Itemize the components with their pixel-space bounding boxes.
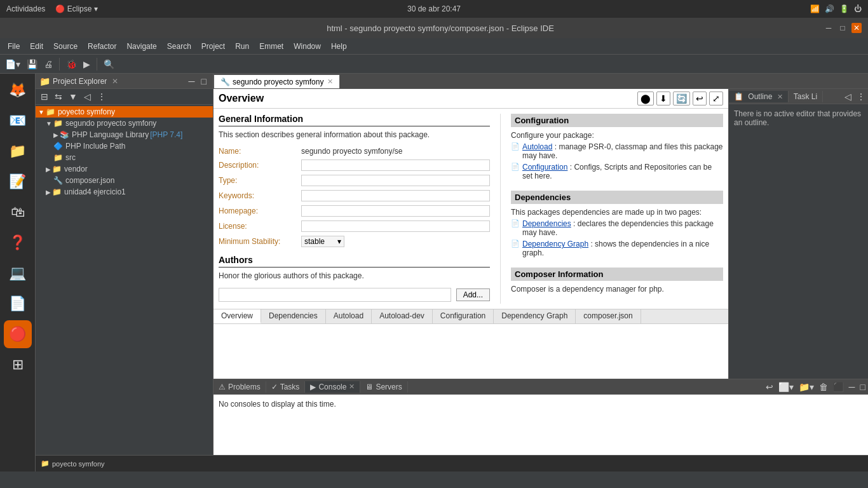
tab-autoload[interactable]: Autoload [326, 309, 372, 323]
ov-btn-1[interactable]: ⬤ [637, 92, 654, 105]
pe-filter-btn[interactable]: ▼ [66, 90, 80, 103]
project-tree: ▼ 📁 poyecto symfony ▼ 📁 segundo proyecto… [36, 105, 213, 455]
homepage-input[interactable] [301, 205, 490, 217]
taskbar-files[interactable]: 📁 [4, 137, 32, 165]
activities-label[interactable]: Actividades [6, 4, 45, 13]
console-new-btn[interactable]: 📁▾ [796, 381, 817, 393]
tree-item-src[interactable]: 📁 src [36, 152, 213, 163]
menu-edit[interactable]: Edit [25, 41, 48, 52]
menu-refactor[interactable]: Refactor [83, 41, 121, 52]
tree-item-php-lib[interactable]: ▶ 📚 PHP Language Library [PHP 7.4] [36, 129, 213, 140]
taskbar-texteditor[interactable]: 📄 [4, 290, 32, 318]
tab-outline[interactable]: 📋 Outline ✕ [729, 91, 789, 102]
menu-navigate[interactable]: Navigate [121, 41, 161, 52]
menu-project[interactable]: Project [196, 41, 230, 52]
taskbar-help[interactable]: ❓ [4, 229, 32, 257]
console-maximize-btn[interactable]: □ [858, 381, 868, 393]
keywords-input[interactable] [301, 190, 490, 201]
project-explorer-toolbar: ⊟ ⇆ ▼ ◁ ⋮ [36, 89, 213, 105]
configuration-link[interactable]: Configuration [522, 163, 567, 172]
menu-help[interactable]: Help [326, 41, 352, 52]
tab-close[interactable]: ✕ [327, 78, 333, 86]
ov-btn-3[interactable]: 🔄 [673, 92, 690, 105]
menu-emmet[interactable]: Emmet [254, 41, 288, 52]
console-copy-btn[interactable]: ⬜▾ [776, 381, 796, 393]
add-author-button[interactable]: Add... [456, 288, 490, 301]
license-input[interactable] [301, 220, 490, 232]
console-close[interactable]: ✕ [349, 383, 355, 391]
menu-file[interactable]: File [3, 41, 25, 52]
console-clear-btn[interactable]: 🗑 [817, 381, 831, 393]
debug-btn[interactable]: 🐞 [64, 57, 79, 72]
pe-maximize-btn[interactable]: □ [199, 75, 209, 88]
tree-item-unidad4[interactable]: ▶ 📁 unidad4 ejercicio1 [36, 186, 213, 198]
console-minimize-btn[interactable]: ─ [846, 381, 858, 393]
datetime-label: 30 de abr 20:47 [407, 4, 461, 13]
tab-console[interactable]: ▶ Console ✕ [305, 381, 360, 393]
editor-tab-segundo[interactable]: 🔧 segundo proyecto symfony ✕ [214, 74, 340, 88]
tree-item-php-include[interactable]: 🔷 PHP Include Path [36, 140, 213, 152]
new-btn[interactable]: 📄▾ [3, 57, 23, 72]
dependencies-link[interactable]: Dependencies [522, 219, 571, 228]
tab-dep-graph[interactable]: Dependency Graph [494, 309, 576, 323]
taskbar-eclipse[interactable]: 🔴 [4, 320, 32, 348]
dep-graph-link[interactable]: Dependency Graph [522, 240, 588, 248]
outline-close[interactable]: ✕ [777, 93, 783, 100]
tree-item-segundo[interactable]: ▼ 📁 segundo proyecto symfony [36, 118, 213, 129]
icon-php-include: 🔷 [53, 142, 63, 151]
ov-btn-5[interactable]: ⤢ [709, 92, 723, 105]
project-explorer-close[interactable]: ✕ [112, 77, 118, 86]
tab-autoload-dev[interactable]: Autoload-dev [372, 309, 433, 323]
pe-back-btn[interactable]: ◁ [81, 90, 93, 103]
license-label: License: [219, 222, 301, 231]
console-undo-btn[interactable]: ↩ [763, 381, 776, 393]
save-btn[interactable]: 💾 [24, 57, 40, 72]
type-input[interactable] [301, 175, 490, 186]
tab-composer-json[interactable]: composer.json [576, 309, 641, 323]
taskbar-writer[interactable]: 📝 [4, 168, 32, 196]
search-btn[interactable]: 🔍 [101, 57, 117, 72]
tab-servers[interactable]: 🖥 Servers [360, 381, 407, 393]
taskbar-software[interactable]: 🛍 [4, 198, 32, 226]
taskbar-terminal[interactable]: 💻 [4, 259, 32, 287]
menu-run[interactable]: Run [230, 41, 254, 52]
tree-item-composer[interactable]: 🔧 composer.json [36, 175, 213, 186]
description-input[interactable] [301, 159, 490, 171]
description-label: Description: [219, 161, 301, 170]
outline-back-btn[interactable]: ◁ [842, 90, 854, 103]
menu-source[interactable]: Source [48, 41, 83, 52]
console-stop-btn[interactable]: ⬛ [831, 381, 846, 393]
ov-btn-2[interactable]: ⬇ [656, 92, 670, 105]
authors-text-field[interactable] [219, 288, 451, 302]
tab-configuration[interactable]: Configuration [433, 309, 494, 323]
wifi-icon: 📶 [810, 4, 820, 13]
taskbar-apps[interactable]: ⊞ [4, 351, 32, 379]
pe-minimize-btn[interactable]: ─ [186, 75, 198, 88]
maximize-button[interactable]: □ [837, 23, 848, 33]
eclipse-label[interactable]: 🔴 Eclipse ▾ [55, 4, 97, 13]
name-value[interactable]: segundo proyecto symfony/se [301, 147, 490, 156]
pe-collapse-btn[interactable]: ⊟ [38, 90, 51, 103]
power-icon[interactable]: ⏻ [854, 4, 862, 13]
close-button[interactable]: ✕ [851, 23, 862, 33]
outline-menu-btn[interactable]: ⋮ [854, 90, 868, 103]
tab-tasks[interactable]: ✓ Tasks [266, 381, 306, 393]
taskbar-firefox[interactable]: 🦊 [4, 76, 32, 104]
pe-link-btn[interactable]: ⇆ [52, 90, 65, 103]
ov-btn-4[interactable]: ↩ [693, 92, 707, 105]
autoload-link[interactable]: Autoload [522, 142, 552, 151]
stability-select[interactable]: stable ▾ [301, 236, 344, 247]
taskbar-mail[interactable]: 📧 [4, 107, 32, 135]
tree-item-vendor[interactable]: ▶ 📁 vendor [36, 163, 213, 175]
tree-item-poyecto[interactable]: ▼ 📁 poyecto symfony [36, 106, 213, 118]
print-btn[interactable]: 🖨 [41, 57, 55, 72]
menu-window[interactable]: Window [288, 41, 326, 52]
pe-menu-btn[interactable]: ⋮ [95, 90, 109, 103]
tab-problems[interactable]: ⚠ Problems [214, 381, 266, 393]
tab-dependencies[interactable]: Dependencies [261, 309, 326, 323]
menu-search[interactable]: Search [162, 41, 196, 52]
minimize-button[interactable]: ─ [824, 23, 834, 33]
tab-overview[interactable]: Overview [214, 309, 261, 323]
tab-tasklist[interactable]: Task Li [789, 91, 823, 102]
run-btn[interactable]: ▶ [81, 57, 93, 72]
